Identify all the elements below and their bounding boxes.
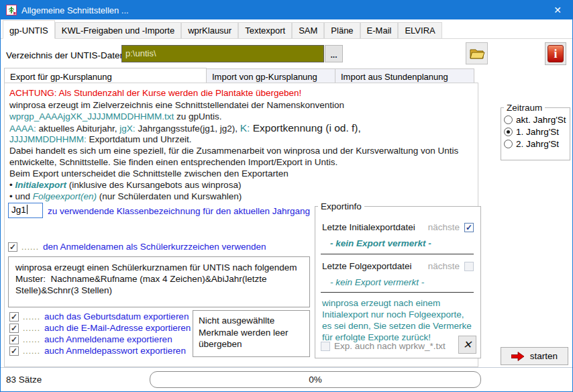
filename-suffix: zu gpUntis. — [174, 111, 221, 121]
anmeldename-checkbox[interactable] — [8, 242, 17, 252]
anmeldepasswort-label: auch Anmeldepasswort exportieren — [44, 346, 186, 356]
radio-akt-jahrgst[interactable]: akt. Jahrg'St — [504, 115, 570, 125]
clear-x-icon: ✕ — [463, 338, 472, 351]
radio-akt-label: akt. Jahrg'St — [516, 115, 566, 125]
subtab-import-stundenplanung[interactable]: Import aus Stundenplanung — [335, 68, 474, 83]
dots-separator: ...... — [23, 346, 40, 356]
tab-elvira[interactable]: ELVIRA — [398, 22, 441, 38]
radio-icon[interactable] — [504, 115, 513, 124]
muster-line-2: Muster: Nachname&Rufname (max 4 Zeichen)… — [15, 273, 309, 285]
progress-bar: 0% — [150, 371, 481, 388]
tab-gp-untis[interactable]: gp-UNTIS — [3, 20, 55, 39]
clear-vermerke-button[interactable]: ✕ — [458, 336, 476, 354]
bullet-initialexport: • Initialexport (inklusive des Kursangeb… — [9, 179, 241, 191]
exportinfo-group: Exportinfo Letzte Initialexportdatei näc… — [315, 201, 481, 358]
divider — [321, 254, 474, 254]
start-button-label: starten — [530, 351, 558, 361]
klassenbezeichnung-input[interactable]: Jg1 — [8, 203, 43, 218]
naechste-label: nächste — [428, 222, 460, 232]
tab-wprklausur[interactable]: wprKlausur — [181, 22, 238, 38]
tab-sam[interactable]: SAM — [292, 22, 324, 38]
initialexport-term: Initialexport — [15, 180, 66, 190]
browse-button[interactable]: ... — [325, 45, 343, 62]
dots-separator: ...... — [23, 312, 40, 322]
body-line-3: Beim Export unterscheidet die Schnittste… — [9, 168, 289, 179]
divider — [321, 292, 474, 293]
intro-line-1: winprosa erzeugt im Zielverzeichnis eine… — [9, 99, 344, 111]
bullet-glyph: • und — [9, 191, 33, 201]
tab-textexport[interactable]: Textexport — [238, 22, 292, 38]
tab-kwl[interactable]: KWL-Freigaben und -Importe — [55, 22, 181, 38]
radio-icon-selected[interactable] — [504, 128, 513, 136]
email-option-row: ...... auch die E-Mail-Adresse exportier… — [9, 323, 191, 333]
subtab-import-gp[interactable]: Import von gp-Kursplanung — [207, 68, 335, 83]
text-caret — [27, 205, 28, 214]
folder-icon — [469, 47, 485, 60]
key-jgx: jgX: — [119, 124, 135, 134]
geburtsdatum-option-row: ...... auch das Geburtsdatum exportieren — [9, 311, 189, 322]
dialog-window: Allgemeine Schnittstellen ... ✕ gp-UNTIS… — [0, 0, 573, 392]
legend-line-1: AAAA: aktuelles Abiturjahr, jgX: Jahrgan… — [9, 122, 361, 134]
main-tab-bar: gp-UNTIS KWL-Freigaben und -Importe wprK… — [1, 19, 572, 39]
info-button[interactable]: i — [545, 42, 566, 65]
open-folder-button[interactable] — [466, 42, 488, 64]
red-arrow-icon — [511, 352, 525, 361]
muster-line-1: winprosa erzeugt einen Schülerkurznamen … — [15, 262, 309, 273]
exportinfo-legend: Exportinfo — [318, 201, 364, 211]
close-icon[interactable]: ✕ — [543, 1, 572, 19]
merkmale-note-box: Nicht ausgewähllte Merkmale werden leer … — [193, 310, 310, 357]
anmeldepasswort-option-row: ...... auch Anmeldepasswort exportieren — [9, 346, 186, 356]
bullet-folgeexport: • und Folgeexport(en) (nur Schülerdaten … — [9, 191, 242, 202]
intro-line-2: wprgp_AAAAjgXK_JJJJMMDDHHMM.txt zu gpUnt… — [9, 111, 222, 122]
anmeldename-export-option-row: ...... auch Anmeldename exportieren — [9, 334, 172, 344]
wprkw-option-row: Exp. auch nach wprkw_*.txt — [321, 341, 446, 351]
klassenbezeichnung-value: Jg1 — [11, 205, 26, 215]
key-date: JJJJMMDDHHMM: — [9, 134, 87, 144]
initialexport-file-label: Letzte Initialexportdatei — [322, 222, 415, 232]
zeitraum-legend: Zeitraum — [504, 103, 545, 113]
dots-separator: ...... — [23, 335, 40, 344]
radio-icon[interactable] — [504, 140, 513, 148]
window-title: Allgemeine Schnittstellen ... — [21, 5, 129, 15]
sub-tab-bar: Export für gp-Kursplanung Import von gp-… — [4, 67, 474, 83]
subtab-export-gp[interactable]: Export für gp-Kursplanung — [4, 68, 207, 84]
folgeexport-status: - kein Export vermerkt - — [330, 277, 424, 287]
anmeldename-export-checkbox[interactable] — [9, 335, 19, 344]
wprkw-label: Exp. auch nach wprkw_*.txt — [334, 341, 446, 351]
folgeexport-desc: (nur Schülerdaten und Kurswahlen) — [97, 191, 242, 201]
geburtsdatum-label: auch das Geburtsdatum exportieren — [44, 311, 189, 322]
folgeexport-row: Letzte Folgexportdatei nächste — [322, 261, 474, 271]
tab-plaene[interactable]: Pläne — [324, 22, 360, 38]
muster-line-3: Stelle)&Schnr(3 Stellen) — [15, 285, 309, 296]
status-bar: 83 Sätze 0% — [1, 367, 572, 392]
muster-info-box: winprosa erzeugt einen Schülerkurznamen … — [8, 256, 310, 307]
naechste-initial-checkbox[interactable] — [464, 223, 474, 232]
key-k: K: — [240, 122, 250, 134]
warning-text: ACHTUNG: Als Stundenzahl der Kurse werde… — [9, 87, 301, 99]
radio-2-label: 2. Jahrg'St — [516, 139, 559, 149]
initialexport-desc: (inklusive des Kursangebots aus winprosa… — [66, 180, 241, 190]
anmeldename-option-row: ...... den Anmeldenamen als Schülerkurzz… — [8, 242, 266, 252]
body-line-1: Dabei handelt es sich um eine speziell, … — [9, 145, 458, 156]
exportinfo-note: winprosa erzeugt nach einem Initialexpor… — [322, 297, 475, 343]
initialexport-row: Letzte Initialexportdatei nächste — [322, 222, 474, 232]
record-count: 83 Sätze — [6, 375, 42, 385]
folgeexport-term: Folgeexport(en) — [33, 191, 97, 201]
untis-dir-input[interactable]: p:\untis\ — [121, 45, 324, 62]
tab-email[interactable]: E-Mail — [360, 22, 399, 38]
app-icon — [6, 5, 17, 15]
radio-1-label: 1. Jahrg'St — [516, 127, 559, 137]
start-button[interactable]: starten — [501, 347, 568, 365]
untis-dir-label: Verzeichnis der UNTIS-Daten — [6, 50, 125, 60]
radio-1-jahrgst[interactable]: 1. Jahrg'St — [504, 127, 570, 137]
naechste-folge-checkbox[interactable] — [464, 262, 474, 271]
naechste-label: nächste — [428, 261, 460, 271]
desc-jgx: Jahrgangsstufe(jg1, jg2), — [136, 124, 240, 134]
geburtsdatum-checkbox[interactable] — [9, 312, 19, 322]
anmeldepasswort-checkbox[interactable] — [9, 346, 19, 356]
desc-date: Exportdatum und Uhrzeit. — [87, 134, 192, 144]
radio-2-jahrgst[interactable]: 2. Jahrg'St — [504, 139, 570, 149]
body-line-2: entwickelte, Schnittstelle. Sie finden e… — [9, 156, 337, 168]
wprkw-checkbox[interactable] — [321, 342, 330, 351]
email-checkbox[interactable] — [9, 324, 19, 333]
